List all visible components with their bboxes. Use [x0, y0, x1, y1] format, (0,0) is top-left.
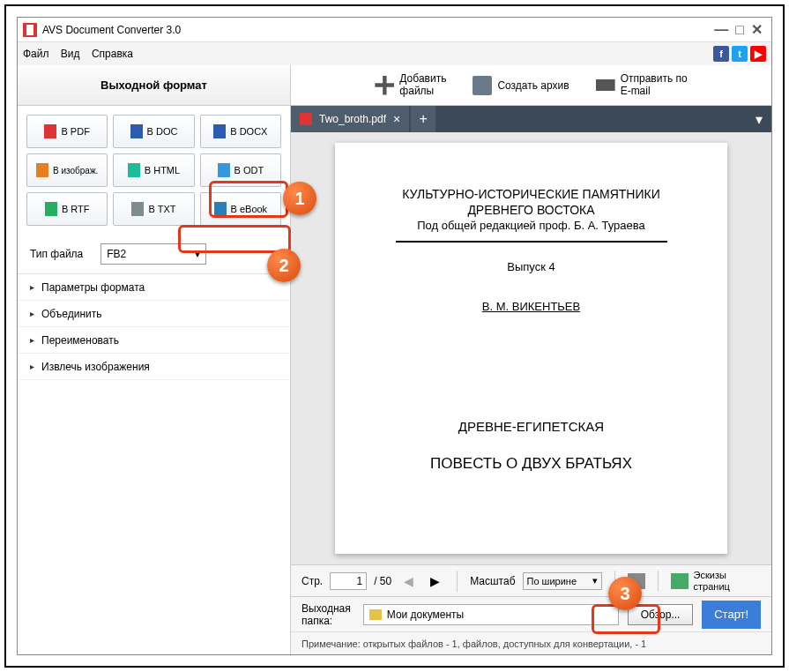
menubar: Файл Вид Справка f t ▶ [18, 42, 771, 65]
accordion-merge[interactable]: Объединить [18, 301, 290, 327]
start-button[interactable]: Старт! [702, 601, 761, 629]
zoom-select[interactable]: По ширине ▾ [523, 572, 602, 590]
document-page: КУЛЬТУРНО-ИСТОРИЧЕСКИЕ ПАМЯТНИКИ ДРЕВНЕГ… [335, 143, 727, 554]
titlebar: AVS Document Converter 3.0 — □ ✕ [18, 18, 771, 42]
tab-add-button[interactable]: + [411, 106, 435, 132]
zoom-label: Масштаб [470, 575, 515, 587]
format-image-button[interactable]: В изображ. [26, 153, 108, 187]
odt-icon [218, 163, 230, 177]
chevron-down-icon: ▾ [592, 575, 598, 586]
accordion-extract-images[interactable]: Извлечь изображения [18, 354, 290, 380]
browse-button[interactable]: Обзор... [628, 604, 694, 625]
page-controls: Стр. / 50 ◀ ▶ Масштаб По ширине ▾ Эскизы… [291, 564, 771, 596]
html-icon [128, 163, 140, 177]
page-number-input[interactable] [330, 572, 367, 590]
close-button[interactable]: ✕ [751, 21, 763, 38]
minimize-button[interactable]: — [714, 22, 728, 38]
tab-close-icon[interactable]: × [393, 112, 400, 126]
app-icon [23, 23, 37, 37]
document-viewport[interactable]: КУЛЬТУРНО-ИСТОРИЧЕСКИЕ ПАМЯТНИКИ ДРЕВНЕГ… [291, 132, 771, 564]
sidebar: В PDF В DOC В DOCX В изображ. В HTML В O… [18, 106, 291, 654]
tab-menu-chevron[interactable]: ▾ [747, 111, 771, 128]
tabbar: Two_broth.pdf × + ▾ [291, 106, 771, 132]
grid-icon [671, 573, 689, 589]
app-title: AVS Document Converter 3.0 [42, 24, 181, 36]
create-archive-label: Создать архив [497, 79, 569, 92]
youtube-icon[interactable]: ▶ [750, 46, 766, 62]
format-pdf-button[interactable]: В PDF [26, 115, 108, 148]
next-page-button[interactable]: ▶ [425, 572, 444, 590]
annotation-callout-1: 1 [283, 182, 316, 215]
twitter-icon[interactable]: t [732, 46, 748, 62]
filetype-label: Тип файла [30, 248, 83, 260]
facebook-icon[interactable]: f [713, 46, 729, 62]
svg-rect-1 [26, 25, 33, 35]
menu-help[interactable]: Справка [92, 48, 133, 60]
annotation-callout-3: 3 [608, 577, 642, 610]
image-icon [36, 163, 48, 177]
add-files-button[interactable]: Добавить файлы [375, 73, 446, 96]
envelope-icon [596, 76, 615, 95]
accordion-rename[interactable]: Переименовать [18, 327, 290, 354]
output-row: Выходная папка: Мои документы Обзор... С… [291, 596, 771, 631]
create-archive-button[interactable]: Создать архив [473, 76, 569, 95]
send-email-button[interactable]: Отправить по E-mail [596, 73, 688, 96]
output-folder-label: Выходная папка: [301, 602, 354, 627]
docx-icon [213, 124, 226, 138]
output-folder-field[interactable]: Мои документы [363, 604, 619, 625]
format-txt-button[interactable]: В TXT [113, 192, 194, 226]
ebook-icon [214, 202, 227, 216]
accordion-format-params[interactable]: Параметры формата [18, 274, 290, 301]
send-email-label: Отправить по E-mail [621, 73, 688, 96]
maximize-button[interactable]: □ [735, 22, 744, 38]
file-tab-label: Two_broth.pdf [319, 113, 386, 125]
pdf-tab-icon [300, 113, 312, 125]
pdf-icon [44, 124, 56, 138]
txt-icon [131, 202, 144, 216]
format-html-button[interactable]: В HTML [113, 153, 194, 187]
plus-icon [375, 76, 394, 95]
thumbnails-button[interactable]: Эскизы страниц [671, 570, 730, 591]
add-files-label: Добавить файлы [399, 73, 446, 96]
format-odt-button[interactable]: В ODT [200, 153, 281, 187]
format-doc-button[interactable]: В DOC [113, 115, 194, 148]
rtf-icon [45, 202, 57, 216]
menu-file[interactable]: Файл [23, 48, 49, 60]
filetype-select[interactable]: FB2 ▾ [100, 243, 206, 265]
archive-icon [473, 76, 492, 95]
folder-icon [369, 609, 382, 620]
page-total: / 50 [374, 575, 391, 587]
annotation-callout-2: 2 [267, 249, 301, 282]
format-docx-button[interactable]: В DOCX [200, 115, 281, 148]
menu-view[interactable]: Вид [61, 48, 80, 60]
chevron-down-icon: ▾ [195, 248, 200, 260]
format-rtf-button[interactable]: В RTF [26, 192, 108, 226]
status-note: Примечание: открытых файлов - 1, файлов,… [291, 631, 771, 654]
file-tab[interactable]: Two_broth.pdf × [291, 106, 409, 132]
doc-icon [130, 124, 143, 138]
format-ebook-button[interactable]: В eBook [200, 192, 281, 226]
sidebar-header: Выходной формат [18, 65, 291, 105]
prev-page-button[interactable]: ◀ [398, 572, 418, 590]
page-label: Стр. [301, 575, 323, 587]
